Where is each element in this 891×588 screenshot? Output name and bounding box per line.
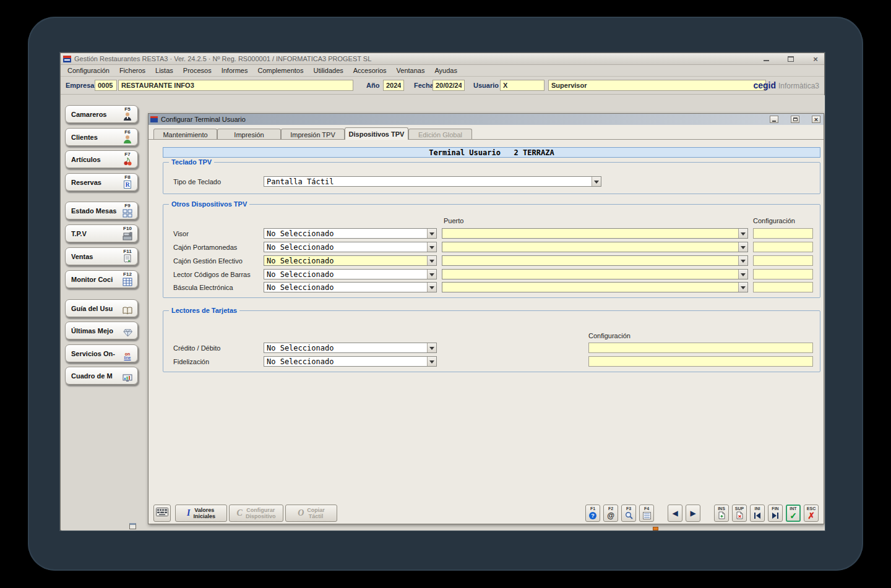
- sidebar-item-ultimas-mejoras[interactable]: Últimas Mejo: [65, 322, 138, 339]
- lector-codigos-barras-device-select[interactable]: No Seleccionado: [264, 269, 437, 279]
- puerto-column-header: Puerto: [444, 217, 463, 224]
- maximize-icon[interactable]: [786, 54, 796, 63]
- menu-informes[interactable]: Informes: [217, 66, 253, 75]
- waiter-icon: [123, 112, 132, 122]
- help-icon: ?: [589, 511, 596, 520]
- dialog-restore-icon[interactable]: [791, 116, 799, 123]
- credito-debito-device-select[interactable]: No Seleccionado: [264, 343, 437, 353]
- minimize-icon[interactable]: [761, 54, 771, 63]
- sidebar-item-monitor-cocina[interactable]: Monitor Coci F12: [65, 270, 138, 288]
- visor-device-select[interactable]: No Seleccionado: [264, 228, 437, 239]
- first-record-icon: [754, 511, 761, 520]
- menu-ayudas[interactable]: Ayudas: [429, 66, 462, 75]
- dashboard-icon: [123, 373, 132, 383]
- cajon-portamonedas-device-select[interactable]: No Seleccionado: [264, 242, 437, 252]
- touch-keyboard-button[interactable]: [153, 505, 171, 522]
- svg-text:R: R: [125, 181, 130, 188]
- menu-complementos[interactable]: Complementos: [252, 66, 308, 75]
- brand-logo: cegid Informàtica3: [753, 80, 819, 90]
- sidebar-item-clientes[interactable]: Clientes F6: [65, 128, 138, 146]
- lector-codigos-barras-config-input[interactable]: [753, 269, 813, 279]
- user-guide-icon: [123, 306, 132, 316]
- configurar-dispositivo-button: C ConfigurarDispositivo: [229, 505, 283, 522]
- sidebar-item-reservas[interactable]: Reservas F8 R: [65, 173, 138, 191]
- sidebar-item-guia-usuario[interactable]: Guía del Usu: [65, 299, 138, 317]
- sup-button[interactable]: SUP: [732, 505, 747, 522]
- cajon-gestion-efectivo-config-input[interactable]: [753, 255, 813, 266]
- group-lectores-tarjetas: Lectores de Tarjetas Configuración Crédi…: [163, 310, 820, 372]
- cancel-icon: ✗: [807, 511, 815, 520]
- menu-ficheros[interactable]: Ficheros: [114, 66, 150, 75]
- close-icon[interactable]: ×: [811, 54, 820, 63]
- menu-configuracion[interactable]: Configuración: [62, 66, 114, 75]
- group-lectores-title: Lectores de Tarjetas: [169, 307, 239, 314]
- f3-search-button[interactable]: F3: [621, 505, 636, 522]
- dialog-minimize-icon[interactable]: [770, 116, 778, 123]
- cajon-gestion-efectivo-device-select[interactable]: No Seleccionado: [264, 255, 437, 266]
- f1-help-button[interactable]: F1 ?: [585, 505, 600, 522]
- empresa-code-field[interactable]: [95, 80, 117, 91]
- f4-list-button[interactable]: F4: [639, 505, 654, 522]
- next-record-button[interactable]: ▶: [686, 505, 700, 522]
- fidelizacion-device-select[interactable]: No Seleccionado: [264, 356, 437, 367]
- sidebar-item-camareros[interactable]: Camareros F5: [65, 105, 138, 123]
- esc-cancel-button[interactable]: ESC ✗: [804, 505, 819, 522]
- tarjetas-configuracion-header: Configuración: [588, 332, 631, 339]
- empresa-name-field[interactable]: [118, 80, 353, 91]
- tab-impresion-tpv[interactable]: Impresión TPV: [281, 129, 345, 140]
- ini-button[interactable]: INI: [750, 505, 765, 522]
- chevron-down-icon: [427, 283, 436, 292]
- device-row-bascula-electronica: Báscula Electrónica No Seleccionado: [163, 282, 820, 292]
- sidebar-item-articulos[interactable]: Artículos F7: [65, 150, 138, 168]
- menu-ventanas[interactable]: Ventanas: [392, 66, 430, 75]
- visor-config-input[interactable]: [753, 228, 813, 239]
- lector-codigos-barras-puerto-select[interactable]: [442, 269, 748, 279]
- articles-icon: [123, 157, 132, 167]
- bascula-electronica-device-select[interactable]: No Seleccionado: [264, 282, 437, 292]
- fecha-field[interactable]: [433, 80, 465, 91]
- usuario-code-field[interactable]: [500, 80, 544, 91]
- dialog-close-icon[interactable]: ×: [812, 116, 820, 123]
- anio-field[interactable]: [383, 80, 404, 91]
- cajon-portamonedas-puerto-select[interactable]: [442, 242, 748, 252]
- menu-procesos[interactable]: Procesos: [178, 66, 217, 75]
- bascula-electronica-puerto-select[interactable]: [442, 282, 748, 292]
- usuario-name-field[interactable]: [548, 80, 766, 91]
- cajon-portamonedas-config-input[interactable]: [753, 242, 813, 252]
- app-titlebar: Gestión Restaurantes RESTA3 · Ver. 24.2.…: [61, 53, 824, 65]
- menu-utilidades[interactable]: Utilidades: [308, 66, 348, 75]
- tab-impresion[interactable]: Impresión: [217, 129, 281, 140]
- int-accept-button[interactable]: INT ✓: [786, 505, 801, 522]
- sidebar-item-cuadro-mandos[interactable]: Cuadro de M: [65, 367, 138, 385]
- chevron-down-icon: [738, 283, 747, 292]
- menu-listas[interactable]: Listas: [150, 66, 178, 75]
- sidebar-item-tpv[interactable]: T.P.V F10: [65, 224, 138, 242]
- fidelizacion-config-input[interactable]: [588, 356, 813, 367]
- credito-debito-config-input[interactable]: [588, 343, 813, 353]
- anio-label: Año: [366, 82, 379, 89]
- sidebar-item-ventas[interactable]: Ventas F11: [65, 247, 138, 265]
- reservations-icon: R: [123, 180, 132, 190]
- sidebar-item-servicios-online[interactable]: Servicios On- online: [65, 344, 138, 362]
- tabstrip: Mantenimiento Impresión Impresión TPV Di…: [148, 127, 824, 140]
- tab-dispositivos-tpv[interactable]: Dispositivos TPV: [345, 127, 408, 140]
- previous-record-button[interactable]: ◀: [668, 505, 682, 522]
- device-row-fidelizacion: Fidelización No Seleccionado: [163, 356, 820, 367]
- fin-button[interactable]: FIN: [768, 505, 783, 522]
- group-teclado-tpv: Teclado TPV Tipo de Teclado Pantalla Tác…: [163, 162, 820, 194]
- sidebar-item-estado-mesas[interactable]: Estado Mesas F9: [65, 202, 138, 219]
- menu-accesorios[interactable]: Accesorios: [348, 66, 392, 75]
- ins-button[interactable]: INS: [714, 505, 729, 522]
- f2-at-button[interactable]: F2 @: [603, 505, 618, 522]
- tab-mantenimiento[interactable]: Mantenimiento: [153, 129, 217, 140]
- valores-iniciales-button[interactable]: I ValoresIniciales: [175, 505, 227, 522]
- bascula-electronica-config-input[interactable]: [753, 282, 813, 292]
- usuario-label: Usuario: [473, 82, 499, 89]
- tipo-teclado-select[interactable]: Pantalla Táctil: [264, 176, 601, 187]
- cajon-gestion-efectivo-puerto-select[interactable]: [442, 255, 748, 266]
- dialog-bottom-toolbar: I ValoresIniciales C ConfigurarDispositi…: [150, 503, 822, 523]
- tables-status-icon: [123, 208, 132, 218]
- visor-puerto-select[interactable]: [442, 228, 748, 239]
- chevron-down-icon: [738, 270, 747, 279]
- minimized-window-icon[interactable]: [129, 523, 136, 529]
